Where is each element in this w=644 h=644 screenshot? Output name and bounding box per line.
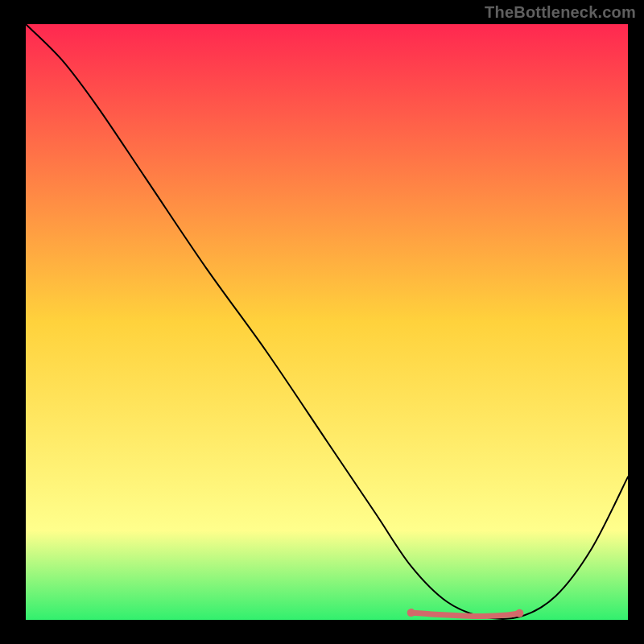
bottleneck-chart [0, 0, 644, 644]
optimal-region-dot [407, 609, 415, 617]
optimal-region-dot [515, 609, 523, 617]
chart-stage: TheBottleneck.com [0, 0, 644, 644]
watermark-text: TheBottleneck.com [485, 3, 636, 22]
optimal-region-marker [411, 613, 520, 616]
plot-background [26, 24, 628, 620]
